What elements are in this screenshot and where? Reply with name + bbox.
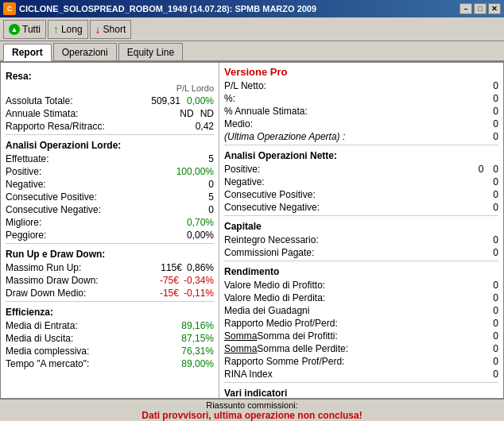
title-bar: C CICLONE_SOLOSPREAD_ROBOM_1949 (14.07.2… <box>0 0 504 17</box>
media-uscita-label: Media di Uscita: <box>6 332 73 345</box>
ultima-op-value: 0 <box>493 130 498 143</box>
media-complessiva-label: Media complessiva: <box>6 345 89 357</box>
title-controls[interactable]: – □ ✕ <box>459 3 501 14</box>
capitale-title: Capitale <box>224 221 498 232</box>
somma-perdite-label: SommaSomma delle Perdite: <box>224 342 348 355</box>
media-guadagni-label: Media dei Guadagni <box>224 304 309 317</box>
tempo-mercato-label: Tempo "A mercato": <box>6 357 89 370</box>
assoluta-label: Assoluta Totale: <box>6 95 73 107</box>
tempo-mercato-row: Tempo "A mercato": 89,00% <box>6 357 214 370</box>
minimize-button[interactable]: – <box>459 3 472 14</box>
cons-positive-nette-value: 0 <box>493 188 498 201</box>
positive-nette-label: Positive: <box>224 163 260 176</box>
toolbar: ▲ Tutti ↑ Long ↓ Short <box>0 17 504 41</box>
close-button[interactable]: ✕ <box>488 3 501 14</box>
cons-negative-nette-label: Consecutive Negative: <box>224 201 320 214</box>
pct-annuale-label: % Annuale Stimata: <box>224 105 308 118</box>
assoluta-value: 509,31 <box>151 95 180 107</box>
positive-lorde-value: 100,00% <box>176 165 214 178</box>
peggiore-value: 0,00% <box>187 229 214 241</box>
negative-lorde-label: Negative: <box>6 178 46 191</box>
media-entrata-row: Media di Entrata: 89,16% <box>6 319 214 332</box>
annuale-row: Annuale Stimata: ND ND <box>6 107 214 120</box>
pct-annuale-row: % Annuale Stimata: 0 <box>224 105 498 118</box>
peggiore-row: Peggiore: 0,00% <box>6 229 214 241</box>
reintegro-value: 0 <box>493 234 498 246</box>
positive-nette-row: Positive: 0 0 <box>224 163 498 176</box>
tutti-icon: ▲ <box>9 24 20 35</box>
migliore-label: Migliore: <box>6 216 41 229</box>
title-bar-left: C CICLONE_SOLOSPREAD_ROBOM_1949 (14.07.2… <box>3 2 316 15</box>
ultima-op-row: (Ultima Operazione Aperta) : 0 <box>224 130 498 143</box>
valore-profitto-label: Valore Medio di Profitto: <box>224 279 325 292</box>
massimo-runup-value: 115€ <box>161 261 182 274</box>
reintegro-row: Reintegro Necessario: 0 <box>224 234 498 246</box>
massimo-runup-row: Massimo Run Up: 115€ 0,86% <box>6 261 214 274</box>
tabs-bar: Report Operazioni Equity Line <box>0 41 504 62</box>
long-label: Long <box>61 24 83 35</box>
massimo-runup-pct: 0,86% <box>187 261 214 274</box>
valore-perdita-row: Valore Medio di Perdita: 0 <box>224 292 498 304</box>
long-button[interactable]: ↑ Long <box>48 20 88 39</box>
tutti-button[interactable]: ▲ Tutti <box>3 20 46 39</box>
pct-row: %: 0 <box>224 92 498 105</box>
main-content: Resa: P/L Lordo Assoluta Totale: 509,31 … <box>0 62 504 399</box>
medio-label: Medio: <box>224 118 253 130</box>
tempo-mercato-value: 89,00% <box>181 357 214 370</box>
cons-negative-nette-value: 0 <box>493 201 498 214</box>
reintegro-label: Reintegro Necessario: <box>224 234 319 246</box>
rapporto-label: Rapporto Resa/Ritracc: <box>6 120 105 133</box>
pl-lordo-header: P/L Lordo <box>176 83 214 93</box>
valore-perdita-label: Valore Medio di Perdita: <box>224 292 325 304</box>
rapporto-prof-row: Rapporto Medio Prof/Perd: 0 <box>224 317 498 330</box>
assoluta-pct: 0,00% <box>187 95 214 107</box>
drawdown-medio-value: -15€ <box>160 287 179 299</box>
window-title: CICLONE_SOLOSPREAD_ROBOM_1949 (14.07.28)… <box>19 4 316 14</box>
tab-operazioni[interactable]: Operazioni <box>53 43 117 60</box>
somma-profitti-value: 0 <box>493 330 498 342</box>
somma-perdite-value: 0 <box>493 342 498 355</box>
rina-row: RINA Index 0 <box>224 368 498 380</box>
massimo-runup-label: Massimo Run Up: <box>6 261 81 274</box>
footer-warning: Dati provvisori, ultima operazione non c… <box>142 410 362 421</box>
annuale-label: Annuale Stimata: <box>6 107 78 120</box>
short-button[interactable]: ↓ Short <box>90 20 132 39</box>
rapporto-prof-label: Rapporto Medio Prof/Perd: <box>224 317 338 330</box>
rapporto-somme-label: Rapporto Somme Prof/Perd: <box>224 355 344 368</box>
negative-nette-value: 0 <box>493 176 498 188</box>
migliore-row: Migliore: 0,70% <box>6 216 214 229</box>
rendimento-title: Rendimento <box>224 266 498 277</box>
pl-netto-value: 0 <box>493 79 498 92</box>
massimo-drawdown-label: Massimo Draw Down: <box>6 274 99 287</box>
somma-profitti-label: SommaSomma dei Profitti: <box>224 330 338 342</box>
cons-positive-nette-label: Consecutive Positive: <box>224 188 316 201</box>
somma-perdite-row: SommaSomma delle Perdite: 0 <box>224 342 498 355</box>
ultima-op-label: (Ultima Operazione Aperta) : <box>224 130 345 143</box>
resa-title: Resa: <box>6 71 214 82</box>
drawdown-medio-row: Draw Down Medio: -15€ -0,11% <box>6 287 214 299</box>
rapporto-somme-value: 0 <box>493 355 498 368</box>
medio-value: 0 <box>493 118 498 130</box>
rapporto-row: Rapporto Resa/Ritracc: 0,42 <box>6 120 214 133</box>
annuale-value: ND <box>180 107 193 120</box>
negative-lorde-row: Negative: 0 <box>6 178 214 191</box>
media-guadagni-row: Media dei Guadagni 0 <box>224 304 498 317</box>
pl-netto-row: P/L Netto: 0 <box>224 79 498 92</box>
medio-row: Medio: 0 <box>224 118 498 130</box>
media-complessiva-row: Media complessiva: 76,31% <box>6 345 214 357</box>
effettuate-value: 5 <box>208 153 214 165</box>
rapporto-prof-value: 0 <box>493 317 498 330</box>
media-uscita-row: Media di Uscita: 87,15% <box>6 332 214 345</box>
maximize-button[interactable]: □ <box>474 3 487 14</box>
massimo-drawdown-row: Massimo Draw Down: -75€ -0,34% <box>6 274 214 287</box>
media-guadagni-value: 0 <box>493 304 498 317</box>
right-panel: Versione Pro P/L Netto: 0 %: 0 % Annuale… <box>219 63 503 398</box>
tab-report[interactable]: Report <box>3 44 52 61</box>
cons-positive-lorde-row: Consecutive Positive: 5 <box>6 191 214 203</box>
effettuate-label: Effettuate: <box>6 153 49 165</box>
media-complessiva-value: 76,31% <box>181 345 214 357</box>
somma-profitti-row: SommaSomma dei Profitti: 0 <box>224 330 498 342</box>
pct-label: %: <box>224 92 235 105</box>
tab-equity-line[interactable]: Equity Line <box>118 43 183 60</box>
cons-negative-lorde-value: 0 <box>208 203 214 216</box>
